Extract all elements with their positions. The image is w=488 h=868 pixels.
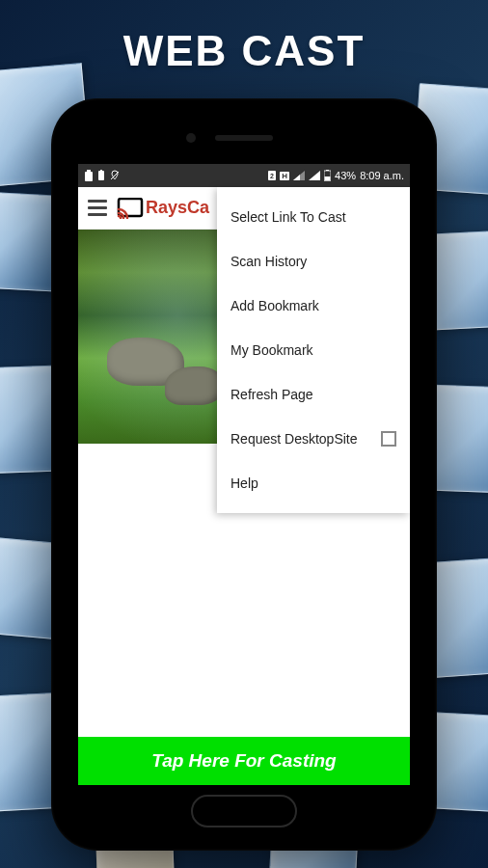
menu-help[interactable]: Help bbox=[217, 461, 410, 505]
menu-select-link-to-cast[interactable]: Select Link To Cast bbox=[217, 195, 410, 239]
menu-item-label: Add Bookmark bbox=[230, 298, 319, 313]
cast-button-label: Tap Here For Casting bbox=[151, 750, 336, 772]
svg-rect-1 bbox=[87, 170, 91, 173]
status-bar: 2 H 43% 8:09 a.m. bbox=[78, 164, 410, 187]
cast-button[interactable]: Tap Here For Casting bbox=[78, 737, 410, 785]
svg-rect-9 bbox=[325, 176, 331, 181]
phone-screen: 2 H 43% 8:09 a.m. bbox=[78, 164, 410, 785]
menu-scan-history[interactable]: Scan History bbox=[217, 239, 410, 284]
sim2-icon: 2 bbox=[268, 171, 276, 180]
clock-time: 8:09 a.m. bbox=[360, 170, 404, 181]
menu-item-label: Refresh Page bbox=[230, 387, 313, 402]
menu-item-label: Help bbox=[230, 475, 258, 491]
battery-small-icon bbox=[97, 170, 105, 181]
svg-text:2: 2 bbox=[270, 173, 274, 179]
app-logo: RaysCa bbox=[117, 198, 209, 219]
svg-rect-2 bbox=[98, 171, 104, 180]
battery-percent: 43% bbox=[335, 170, 356, 181]
phone-camera bbox=[186, 133, 196, 143]
phone-frame: 2 H 43% 8:09 a.m. bbox=[51, 98, 437, 851]
signal2-icon bbox=[309, 171, 320, 180]
menu-add-bookmark[interactable]: Add Bookmark bbox=[217, 284, 410, 328]
network-type-badge: H bbox=[280, 172, 289, 180]
location-off-icon bbox=[109, 170, 121, 181]
menu-my-bookmark[interactable]: My Bookmark bbox=[217, 328, 410, 372]
svg-rect-3 bbox=[100, 170, 102, 171]
cast-icon bbox=[117, 198, 144, 219]
brand-name: RaysCa bbox=[146, 198, 209, 218]
menu-icon[interactable] bbox=[86, 197, 109, 220]
menu-item-label: Request DesktopSite bbox=[230, 431, 358, 447]
battery-icon bbox=[324, 170, 331, 181]
menu-refresh-page[interactable]: Refresh Page bbox=[217, 372, 410, 417]
menu-item-label: Scan History bbox=[230, 254, 307, 269]
svg-rect-0 bbox=[85, 172, 93, 181]
page-title: WEB CAST bbox=[0, 27, 488, 75]
menu-request-desktop-site[interactable]: Request DesktopSite bbox=[217, 417, 410, 461]
options-menu: Select Link To Cast Scan History Add Boo… bbox=[217, 187, 410, 513]
checkbox-icon[interactable] bbox=[381, 431, 396, 447]
menu-item-label: Select Link To Cast bbox=[230, 209, 346, 225]
phone-home-button bbox=[191, 795, 297, 827]
phone-speaker bbox=[215, 135, 273, 141]
menu-item-label: My Bookmark bbox=[230, 342, 313, 358]
sim-icon bbox=[84, 170, 94, 181]
svg-rect-8 bbox=[326, 170, 329, 171]
signal-icon bbox=[293, 171, 305, 180]
